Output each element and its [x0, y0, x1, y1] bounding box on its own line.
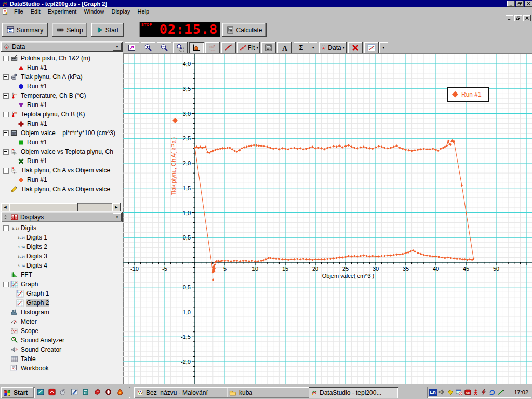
data-panel-dropdown[interactable]: ▼ [113, 43, 122, 51]
data-menu-button[interactable]: Data▼ [319, 42, 346, 54]
data-tree-item[interactable]: Tlak plynu, Ch A (kPa) [1, 72, 121, 82]
display-item-scope[interactable]: Scope [1, 326, 121, 336]
clock[interactable]: 17:02 [514, 389, 528, 395]
collapse-box[interactable] [3, 56, 9, 61]
collapse-box[interactable] [3, 225, 9, 231]
start-menu-button[interactable]: Start [1, 387, 35, 398]
graph-settings-dropdown[interactable]: ▼ [379, 42, 388, 54]
data-tree-item[interactable]: RTDTemperature, Ch B (°C) [1, 91, 121, 100]
ql-calc-icon[interactable] [82, 388, 91, 397]
zoom-out-button[interactable] [157, 42, 171, 54]
run-item[interactable]: Run #1 [1, 100, 121, 110]
ql-mouse-icon[interactable] [59, 388, 68, 397]
tray-figure-icon[interactable] [473, 389, 480, 396]
splitter-handle-icon[interactable] [3, 214, 8, 221]
display-item-digits-3[interactable]: 3.14Digits 3 [1, 251, 121, 261]
display-item-sound-creator[interactable]: Sound Creator [1, 345, 121, 354]
delete-tool-button[interactable] [348, 42, 363, 54]
volume-icon[interactable] [438, 389, 446, 396]
task-button-datastudio[interactable]: DataStudio - tepl200... [309, 387, 398, 398]
menu-display[interactable]: Display [108, 8, 134, 15]
menu-help[interactable]: Help [134, 8, 153, 15]
data-tree-item[interactable]: Poloha pistu, Ch 1&2 (m) [1, 54, 121, 63]
slope-tool-button[interactable] [221, 42, 236, 54]
graph-plot-area[interactable]: -10-551015202530354045504,03,53,02,52,01… [123, 54, 532, 384]
tray-sync-icon[interactable] [488, 389, 496, 396]
display-item-digits[interactable]: 3.14Digits [1, 223, 121, 233]
data-tree-item[interactable]: yxTlak plynu, Ch A vs Objem valce [1, 166, 121, 175]
display-item-histogram[interactable]: Histogram [1, 308, 121, 317]
text-annotation-button[interactable]: A [277, 42, 292, 54]
display-item-graph-2[interactable]: Graph 2 [1, 298, 121, 308]
menu-file[interactable]: File [10, 8, 27, 15]
ql-opera-icon[interactable] [105, 388, 114, 397]
display-item-graph[interactable]: Graph [1, 280, 121, 289]
menu-edit[interactable]: Edit [27, 8, 44, 15]
data-tree-item[interactable]: Tlak plynu, Ch A vs Objem valce [1, 184, 121, 194]
statistics-dropdown[interactable]: ▼ [309, 42, 317, 54]
display-item-fft[interactable]: FFT [1, 270, 121, 280]
display-item-digits-4[interactable]: 3.14Digits 4 [1, 261, 121, 270]
scroll-right-arrow[interactable]: ▶ [112, 203, 121, 211]
run-item[interactable]: Run #1 [1, 175, 121, 184]
run-item[interactable]: Run #1 [1, 63, 121, 72]
tray-pen-icon[interactable] [497, 389, 505, 396]
displays-panel-dropdown[interactable]: ▼ [113, 213, 122, 221]
collapse-box[interactable] [3, 112, 9, 117]
ql-dragon-icon[interactable] [94, 388, 102, 397]
tray-lightning-icon[interactable] [481, 389, 487, 396]
minimize-button[interactable] [507, 1, 515, 7]
run-item[interactable]: Run #1 [1, 156, 121, 166]
displays-panel-header[interactable]: Displays ▼ [1, 212, 123, 222]
collapse-box[interactable] [3, 168, 9, 174]
calculate-tool-button[interactable] [261, 42, 276, 54]
zoom-in-button[interactable] [141, 42, 155, 54]
data-tree-item[interactable]: RTDTeplota plynu, Ch B (K) [1, 110, 121, 119]
graph-settings-button[interactable] [364, 42, 379, 54]
setup-button[interactable]: Setup [52, 23, 87, 37]
display-item-table[interactable]: Table [1, 354, 121, 364]
display-item-sound-analyzer[interactable]: Sound Analyzer [1, 336, 121, 345]
ql-pen-icon[interactable] [71, 388, 79, 397]
statistics-button[interactable]: Σ [294, 42, 308, 54]
run-item[interactable]: Run #1 [1, 119, 121, 128]
fit-menu-button[interactable]: Fit▼ [237, 42, 260, 54]
data-tree-item[interactable]: Objem valce = pi*r*r*y*100 (cm^3) [1, 128, 121, 138]
scroll-left-arrow[interactable]: ◀ [1, 203, 9, 211]
scale-to-fit-button[interactable] [125, 42, 139, 54]
data-tree-hscrollbar[interactable]: ◀ ▶ [1, 203, 121, 211]
language-indicator[interactable]: En [429, 389, 437, 396]
display-item-graph-1[interactable]: Graph 1 [1, 289, 121, 298]
restore-button[interactable] [516, 1, 524, 7]
display-item-meter[interactable]: Meter [1, 317, 121, 326]
legend[interactable]: Run #1 [448, 87, 488, 101]
scroll-thumb[interactable] [9, 203, 78, 211]
tray-scheduler-icon[interactable] [455, 389, 463, 396]
zoom-select-button[interactable] [173, 42, 188, 54]
tray-ati-icon[interactable]: ATI [464, 389, 472, 396]
summary-button[interactable]: Summary [2, 23, 48, 37]
menu-window[interactable]: Window [80, 8, 108, 15]
menu-experiment[interactable]: Experiment [44, 8, 81, 15]
collapse-box[interactable] [3, 130, 9, 136]
data-panel-header[interactable]: Data ▼ [1, 42, 123, 52]
tray-diamond-icon[interactable] [447, 389, 454, 396]
run-item[interactable]: Run #1 [1, 138, 121, 147]
display-item-digits-1[interactable]: 3.14Digits 1 [1, 233, 121, 242]
display-item-digits-2[interactable]: 3.14Digits 2 [1, 242, 121, 251]
task-button-paint[interactable]: Bez_názvu - Malování [134, 387, 228, 398]
xy-tool-button[interactable]: xy [205, 42, 220, 54]
ql-notes-icon[interactable] [36, 388, 45, 397]
ql-fire-icon[interactable] [116, 388, 125, 397]
collapse-box[interactable] [3, 282, 9, 287]
collapse-box[interactable] [3, 93, 9, 99]
smart-tool-button[interactable] [189, 42, 204, 54]
calculate-button[interactable]: Calculate [222, 23, 267, 37]
run-item[interactable]: Run #1 [1, 82, 121, 91]
start-button[interactable]: Start [91, 23, 124, 37]
display-item-workbook[interactable]: Workbook [1, 364, 121, 373]
close-button[interactable] [525, 1, 532, 7]
ql-acrobat-icon[interactable] [48, 388, 57, 397]
collapse-box[interactable] [3, 149, 9, 155]
data-tree-item[interactable]: yxObjem valce vs Teplota plynu, Ch [1, 147, 121, 156]
